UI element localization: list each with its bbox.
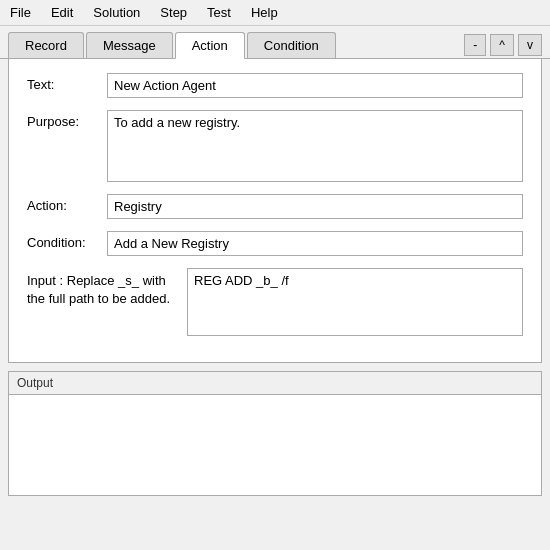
action-row: Action: <box>27 194 523 219</box>
condition-input[interactable] <box>107 231 523 256</box>
input-description: Input : Replace _s_ with the full path t… <box>27 268 187 308</box>
output-label: Output <box>9 372 541 395</box>
tab-minus-button[interactable]: - <box>464 34 486 56</box>
menu-file[interactable]: File <box>6 3 35 22</box>
purpose-label: Purpose: <box>27 110 107 129</box>
purpose-textarea[interactable] <box>107 110 523 182</box>
menu-edit[interactable]: Edit <box>47 3 77 22</box>
action-input[interactable] <box>107 194 523 219</box>
input-row: Input : Replace _s_ with the full path t… <box>27 268 523 336</box>
menu-step[interactable]: Step <box>156 3 191 22</box>
tab-down-button[interactable]: v <box>518 34 542 56</box>
tab-message[interactable]: Message <box>86 32 173 58</box>
input-textarea[interactable] <box>187 268 523 336</box>
menu-solution[interactable]: Solution <box>89 3 144 22</box>
purpose-row: Purpose: <box>27 110 523 182</box>
menu-bar: File Edit Solution Step Test Help <box>0 0 550 26</box>
output-section: Output <box>8 371 542 496</box>
condition-row: Condition: <box>27 231 523 256</box>
main-content: Text: Purpose: Action: Condition: Input … <box>8 59 542 363</box>
tab-condition[interactable]: Condition <box>247 32 336 58</box>
text-label: Text: <box>27 73 107 92</box>
tab-up-button[interactable]: ^ <box>490 34 514 56</box>
condition-label: Condition: <box>27 231 107 250</box>
menu-test[interactable]: Test <box>203 3 235 22</box>
tab-record[interactable]: Record <box>8 32 84 58</box>
menu-help[interactable]: Help <box>247 3 282 22</box>
text-input[interactable] <box>107 73 523 98</box>
text-row: Text: <box>27 73 523 98</box>
tab-bar: Record Message Action Condition - ^ v <box>0 26 550 59</box>
action-label: Action: <box>27 194 107 213</box>
tab-action[interactable]: Action <box>175 32 245 59</box>
output-area <box>9 395 541 495</box>
